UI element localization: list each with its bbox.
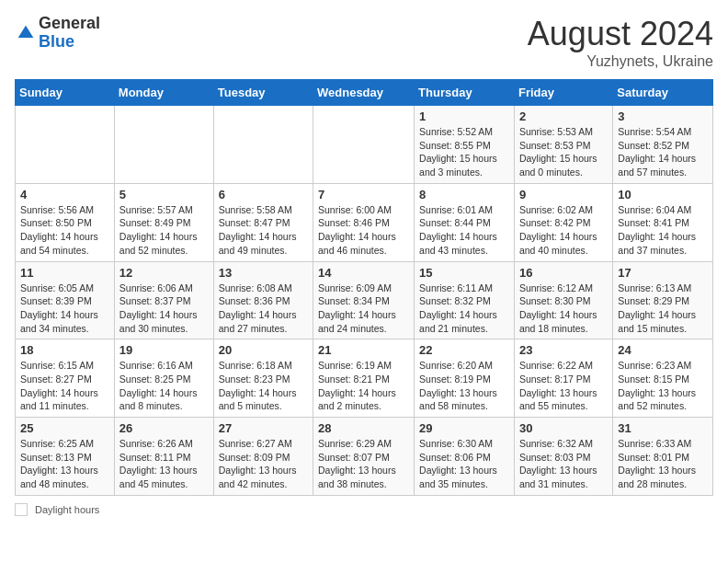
footer-label: Daylight hours [35, 504, 99, 515]
day-number: 21 [318, 343, 409, 357]
day-number: 15 [419, 266, 509, 280]
title-block: August 2024 Yuzhynets, Ukraine [528, 15, 713, 70]
calendar-cell: 16Sunrise: 6:12 AMSunset: 8:30 PMDayligh… [514, 261, 612, 339]
calendar-cell [213, 106, 313, 184]
header-wednesday: Wednesday [313, 80, 415, 106]
calendar-cell: 24Sunrise: 6:23 AMSunset: 8:15 PMDayligh… [613, 339, 713, 418]
day-info: Sunrise: 6:33 AMSunset: 8:01 PMDaylight:… [618, 437, 708, 491]
calendar-cell: 7Sunrise: 6:00 AMSunset: 8:46 PMDaylight… [313, 183, 415, 261]
header-tuesday: Tuesday [213, 80, 313, 106]
calendar-cell: 18Sunrise: 6:15 AMSunset: 8:27 PMDayligh… [16, 339, 115, 418]
day-info: Sunrise: 6:12 AMSunset: 8:30 PMDaylight:… [519, 282, 608, 336]
calendar-cell: 23Sunrise: 6:22 AMSunset: 8:17 PMDayligh… [514, 339, 612, 418]
day-number: 13 [219, 266, 308, 280]
day-info: Sunrise: 5:56 AMSunset: 8:50 PMDaylight:… [20, 203, 109, 258]
calendar-cell: 8Sunrise: 6:01 AMSunset: 8:44 PMDaylight… [415, 183, 515, 261]
day-info: Sunrise: 6:05 AMSunset: 8:39 PMDaylight:… [20, 282, 109, 336]
day-info: Sunrise: 6:13 AMSunset: 8:29 PMDaylight:… [618, 282, 708, 336]
location-title: Yuzhynets, Ukraine [528, 53, 713, 70]
day-info: Sunrise: 6:01 AMSunset: 8:44 PMDaylight:… [419, 203, 509, 258]
day-number: 17 [618, 266, 708, 280]
calendar-week-4: 18Sunrise: 6:15 AMSunset: 8:27 PMDayligh… [16, 339, 713, 418]
footer-box-icon [15, 503, 28, 516]
day-info: Sunrise: 6:18 AMSunset: 8:23 PMDaylight:… [219, 359, 308, 413]
calendar-cell: 25Sunrise: 6:25 AMSunset: 8:13 PMDayligh… [16, 418, 115, 496]
header-row: Sunday Monday Tuesday Wednesday Thursday… [16, 80, 713, 106]
calendar-cell: 29Sunrise: 6:30 AMSunset: 8:06 PMDayligh… [415, 418, 515, 496]
day-info: Sunrise: 5:57 AMSunset: 8:49 PMDaylight:… [119, 203, 209, 258]
day-info: Sunrise: 6:25 AMSunset: 8:13 PMDaylight:… [20, 437, 109, 491]
calendar-cell: 30Sunrise: 6:32 AMSunset: 8:03 PMDayligh… [514, 418, 612, 496]
day-number: 20 [219, 343, 308, 357]
day-info: Sunrise: 6:30 AMSunset: 8:06 PMDaylight:… [419, 437, 509, 491]
day-info: Sunrise: 5:52 AMSunset: 8:55 PMDaylight:… [419, 125, 509, 179]
header-thursday: Thursday [415, 80, 515, 106]
day-number: 18 [20, 343, 109, 357]
calendar-cell [114, 106, 213, 184]
day-info: Sunrise: 5:54 AMSunset: 8:52 PMDaylight:… [618, 125, 708, 179]
day-number: 24 [618, 343, 708, 357]
day-number: 5 [119, 188, 209, 201]
footer: Daylight hours [15, 503, 713, 516]
day-number: 3 [618, 109, 708, 123]
day-number: 31 [618, 421, 708, 435]
header-saturday: Saturday [613, 80, 713, 106]
calendar-body: 1Sunrise: 5:52 AMSunset: 8:55 PMDaylight… [16, 106, 713, 496]
page-header: General Blue August 2024 Yuzhynets, Ukra… [15, 15, 713, 70]
calendar-cell: 12Sunrise: 6:06 AMSunset: 8:37 PMDayligh… [114, 261, 213, 339]
day-info: Sunrise: 6:23 AMSunset: 8:15 PMDaylight:… [618, 359, 708, 413]
day-number: 1 [419, 109, 509, 123]
calendar-cell: 14Sunrise: 6:09 AMSunset: 8:34 PMDayligh… [313, 261, 415, 339]
logo-blue-text: Blue [39, 33, 100, 52]
day-number: 12 [119, 266, 209, 280]
day-number: 28 [318, 421, 409, 435]
day-number: 11 [20, 266, 109, 280]
day-number: 26 [119, 421, 209, 435]
calendar-cell: 10Sunrise: 6:04 AMSunset: 8:41 PMDayligh… [613, 183, 713, 261]
day-info: Sunrise: 6:19 AMSunset: 8:21 PMDaylight:… [318, 359, 409, 413]
day-info: Sunrise: 6:29 AMSunset: 8:07 PMDaylight:… [318, 437, 409, 491]
day-info: Sunrise: 6:20 AMSunset: 8:19 PMDaylight:… [419, 359, 509, 413]
day-info: Sunrise: 6:11 AMSunset: 8:32 PMDaylight:… [419, 282, 509, 336]
day-info: Sunrise: 6:04 AMSunset: 8:41 PMDaylight:… [618, 203, 708, 258]
day-info: Sunrise: 6:27 AMSunset: 8:09 PMDaylight:… [219, 437, 308, 491]
day-number: 14 [318, 266, 409, 280]
day-number: 30 [519, 421, 608, 435]
day-number: 27 [219, 421, 308, 435]
calendar-cell: 27Sunrise: 6:27 AMSunset: 8:09 PMDayligh… [213, 418, 313, 496]
day-info: Sunrise: 6:06 AMSunset: 8:37 PMDaylight:… [119, 282, 209, 336]
day-number: 8 [419, 188, 509, 201]
day-number: 7 [318, 188, 409, 201]
day-number: 9 [519, 188, 608, 201]
day-number: 29 [419, 421, 509, 435]
day-info: Sunrise: 6:09 AMSunset: 8:34 PMDaylight:… [318, 282, 409, 336]
calendar-table: Sunday Monday Tuesday Wednesday Thursday… [15, 79, 713, 496]
calendar-cell: 3Sunrise: 5:54 AMSunset: 8:52 PMDaylight… [613, 106, 713, 184]
header-friday: Friday [514, 80, 612, 106]
calendar-cell: 2Sunrise: 5:53 AMSunset: 8:53 PMDaylight… [514, 106, 612, 184]
calendar-cell: 28Sunrise: 6:29 AMSunset: 8:07 PMDayligh… [313, 418, 415, 496]
day-number: 19 [119, 343, 209, 357]
day-number: 2 [519, 109, 608, 123]
day-info: Sunrise: 6:22 AMSunset: 8:17 PMDaylight:… [519, 359, 608, 413]
logo-icon [17, 24, 35, 42]
calendar-cell: 31Sunrise: 6:33 AMSunset: 8:01 PMDayligh… [613, 418, 713, 496]
day-number: 22 [419, 343, 509, 357]
calendar-cell: 4Sunrise: 5:56 AMSunset: 8:50 PMDaylight… [16, 183, 115, 261]
day-number: 25 [20, 421, 109, 435]
calendar-cell: 9Sunrise: 6:02 AMSunset: 8:42 PMDaylight… [514, 183, 612, 261]
calendar-header: Sunday Monday Tuesday Wednesday Thursday… [16, 80, 713, 106]
month-title: August 2024 [528, 15, 713, 53]
calendar-week-2: 4Sunrise: 5:56 AMSunset: 8:50 PMDaylight… [16, 183, 713, 261]
calendar-cell: 13Sunrise: 6:08 AMSunset: 8:36 PMDayligh… [213, 261, 313, 339]
day-info: Sunrise: 6:02 AMSunset: 8:42 PMDaylight:… [519, 203, 608, 258]
day-info: Sunrise: 6:32 AMSunset: 8:03 PMDaylight:… [519, 437, 608, 491]
calendar-cell: 19Sunrise: 6:16 AMSunset: 8:25 PMDayligh… [114, 339, 213, 418]
day-number: 4 [20, 188, 109, 201]
header-sunday: Sunday [16, 80, 115, 106]
day-number: 10 [618, 188, 708, 201]
day-info: Sunrise: 5:53 AMSunset: 8:53 PMDaylight:… [519, 125, 608, 179]
logo-general-text: General [39, 15, 100, 33]
day-info: Sunrise: 6:08 AMSunset: 8:36 PMDaylight:… [219, 282, 308, 336]
calendar-cell [16, 106, 115, 184]
